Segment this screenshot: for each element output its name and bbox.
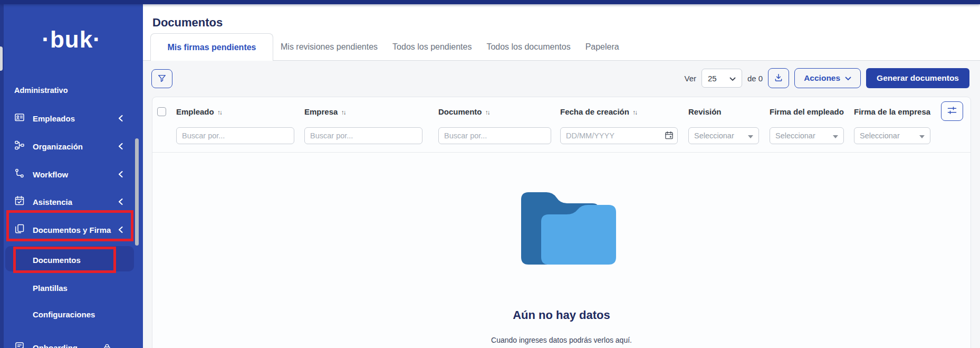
toolbar: Ver 25 de 0 Acciones Generar documentos — [684, 68, 969, 88]
chevron-left-icon — [118, 171, 123, 178]
chevron-down-icon — [729, 74, 736, 83]
column-firma-empleado: Firma del empleado Seleccionar — [770, 97, 844, 152]
download-icon — [774, 73, 783, 84]
firma-empresa-select[interactable]: Seleccionar — [854, 127, 930, 144]
chevron-down-icon — [845, 73, 851, 83]
column-header-firma-empleado: Firma del empleado — [770, 107, 844, 116]
download-button[interactable] — [768, 68, 789, 88]
buk-logo: ·buk· — [0, 26, 143, 53]
sidebar: ·buk· Administrativo Empleados Organizac… — [0, 4, 143, 348]
tab-papelera[interactable]: Papelera — [578, 33, 627, 61]
column-empleado: Empleado↑↓ — [176, 97, 294, 152]
column-empresa: Empresa↑↓ — [304, 97, 422, 152]
sidebar-item-documentos-y-firma[interactable]: Documentos y Firma — [0, 218, 143, 242]
sidebar-item-label: Onboarding — [33, 343, 78, 348]
documento-filter-input[interactable] — [438, 127, 551, 144]
column-header-empresa[interactable]: Empresa — [304, 107, 338, 116]
chevron-left-icon — [118, 226, 123, 233]
sidebar-item-onboarding[interactable]: Onboarding — [0, 335, 143, 348]
column-settings-button[interactable] — [941, 101, 963, 121]
sidebar-subitem-label: Documentos — [33, 256, 81, 265]
ver-label: Ver — [684, 74, 696, 83]
sidebar-item-label: Asistencia — [33, 197, 72, 206]
column-header-firma-empresa: Firma de la empresa — [854, 107, 930, 116]
filter-button[interactable] — [151, 69, 172, 88]
sidebar-subitem-label: Plantillas — [33, 284, 68, 293]
sidebar-item-label: Empleados — [33, 114, 75, 123]
sidebar-item-label: Workflow — [33, 170, 68, 179]
revision-select-value: Seleccionar — [694, 131, 734, 140]
chevron-left-icon — [118, 198, 123, 205]
sidebar-item-label: Organización — [33, 142, 83, 151]
tab-todos-los-documentos[interactable]: Todos los documentos — [479, 33, 578, 61]
column-header-fecha[interactable]: Fecha de creación — [560, 107, 629, 116]
tab-label: Mis firmas pendientes — [167, 43, 256, 52]
sort-icon[interactable]: ↑↓ — [485, 109, 489, 116]
firma-empresa-select-value: Seleccionar — [860, 131, 900, 140]
acciones-label: Acciones — [804, 73, 840, 83]
sidebar-scrollbar-thumb[interactable] — [135, 138, 139, 246]
column-header-documento[interactable]: Documento — [438, 107, 482, 116]
caret-down-icon — [919, 131, 925, 140]
sort-icon[interactable]: ↑↓ — [632, 109, 637, 116]
sidebar-subitem-documentos[interactable]: Documentos — [0, 248, 143, 271]
main-content: Documentos Mis firmas pendientes Mis rev… — [143, 4, 980, 348]
tab-label: Todos los pendientes — [392, 42, 472, 52]
chevron-left-icon — [118, 143, 123, 150]
calendar-check-icon — [14, 195, 25, 208]
sidebar-item-label: Documentos y Firma — [33, 225, 111, 234]
empty-state-subtitle: Cuando ingreses datos podrás verlos aquí… — [152, 336, 971, 344]
documents-icon — [14, 223, 25, 236]
column-header-revision: Revisión — [688, 107, 722, 116]
chevron-left-icon — [118, 115, 123, 122]
caret-down-icon — [833, 131, 838, 140]
sort-icon[interactable]: ↑↓ — [217, 109, 222, 116]
page-header: Documentos Mis firmas pendientes Mis rev… — [143, 4, 980, 61]
sidebar-subitem-label: Configuraciones — [33, 310, 95, 319]
revision-select[interactable]: Seleccionar — [688, 127, 759, 144]
empty-state-title: Aún no hay datos — [152, 308, 971, 322]
sidebar-item-organizacion[interactable]: Organización — [0, 134, 143, 158]
tab-todos-los-pendientes[interactable]: Todos los pendientes — [385, 33, 479, 61]
top-bar — [0, 0, 980, 4]
tab-label: Todos los documentos — [486, 42, 570, 52]
table-header-divider — [152, 152, 971, 153]
sort-icon[interactable]: ↑↓ — [341, 109, 345, 116]
column-documento: Documento↑↓ — [438, 97, 551, 152]
column-fecha-creacion: Fecha de creación↑↓ — [560, 97, 678, 152]
caret-down-icon — [748, 131, 753, 140]
acciones-button[interactable]: Acciones — [794, 68, 861, 88]
page-title: Documentos — [152, 16, 223, 30]
org-chart-icon — [14, 140, 25, 153]
total-count-label: de 0 — [747, 74, 763, 83]
fecha-filter-input[interactable] — [560, 127, 678, 144]
lock-icon — [103, 343, 111, 348]
page-size-value: 25 — [708, 74, 717, 83]
tab-label: Papelera — [585, 42, 619, 52]
generar-documentos-button[interactable]: Generar documentos — [866, 68, 969, 88]
tab-label: Mis revisiones pendientes — [281, 42, 378, 52]
sidebar-subitem-configuraciones[interactable]: Configuraciones — [0, 303, 143, 326]
documents-table: Empleado↑↓ Empresa↑↓ Documento↑↓ Fecha d… — [152, 97, 971, 348]
sliders-icon — [947, 106, 957, 117]
column-firma-empresa: Firma de la empresa Seleccionar — [854, 97, 930, 152]
sidebar-item-empleados[interactable]: Empleados — [0, 106, 143, 130]
page-size-select[interactable]: 25 — [702, 69, 742, 88]
empleado-filter-input[interactable] — [176, 127, 294, 144]
sidebar-item-asistencia[interactable]: Asistencia — [0, 190, 143, 214]
empty-folder-icon — [516, 187, 616, 269]
sidebar-section-label: Administrativo — [14, 86, 68, 95]
id-card-icon — [14, 112, 25, 125]
sidebar-subitem-plantillas[interactable]: Plantillas — [0, 276, 143, 299]
tab-mis-firmas-pendientes[interactable]: Mis firmas pendientes — [150, 33, 273, 61]
firma-empleado-select[interactable]: Seleccionar — [770, 127, 844, 144]
workflow-icon — [14, 168, 25, 181]
column-revision: Revisión Seleccionar — [688, 97, 759, 152]
tab-mis-revisiones-pendientes[interactable]: Mis revisiones pendientes — [273, 33, 385, 61]
empresa-filter-input[interactable] — [304, 127, 422, 144]
funnel-icon — [157, 73, 167, 84]
column-header-empleado[interactable]: Empleado — [176, 107, 214, 116]
select-all-checkbox[interactable] — [157, 107, 166, 116]
sidebar-item-workflow[interactable]: Workflow — [0, 162, 143, 186]
firma-empleado-select-value: Seleccionar — [775, 131, 815, 140]
